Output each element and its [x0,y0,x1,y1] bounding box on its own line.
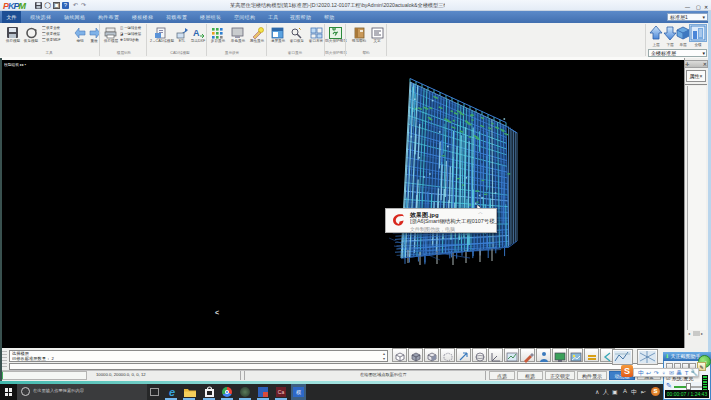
svg-text:A: A [193,28,200,38]
